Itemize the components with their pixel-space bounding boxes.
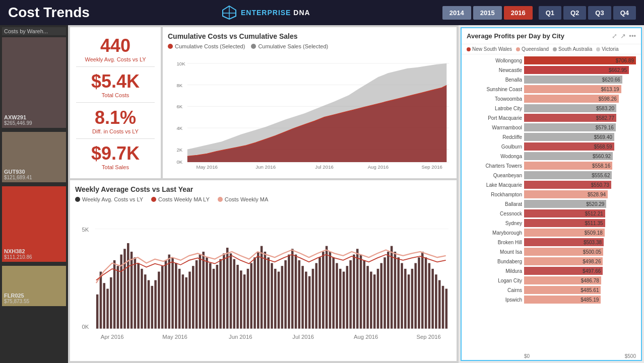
svg-rect-106 [377,269,379,329]
city-row[interactable]: Latrobe City$583.20 [467,104,636,112]
legend-costs-weekly-ma-ly: Costs Weekly MA LY [151,196,210,202]
sidebar-item-nxh382[interactable]: NXH382 $111,210.86 [2,184,66,262]
weekly-title: Weekly Average Costs vs Last Year [75,185,452,193]
expand-icon[interactable]: ⤢ [612,32,617,40]
sidebar-item-gut930[interactable]: GUT930 $121,689.41 [2,132,66,182]
q3-button[interactable]: Q3 [588,6,611,20]
city-bars[interactable]: Wollongong$706.89Newcastle$662.95Benalla… [462,54,641,352]
svg-rect-125 [442,286,444,329]
svg-rect-79 [284,260,287,329]
city-name: Sunshine Coast [467,87,522,92]
svg-text:Aug 2016: Aug 2016 [354,334,378,340]
city-row[interactable]: Broken Hill$503.38 [467,238,636,246]
svg-rect-27 [106,288,109,328]
city-row[interactable]: Bundaberg$498.26 [467,257,636,265]
city-bar-container: $558.16 [524,162,636,170]
weekly-panel: Weekly Average Costs vs Last Year Weekly… [70,180,457,361]
svg-text:Jul 2016: Jul 2016 [292,334,314,340]
city-row[interactable]: Goulburn$568.59 [467,142,636,151]
svg-rect-83 [298,260,301,329]
legend-cumulative-costs: Cumulative Costs (Selected) [168,43,245,49]
city-name: Latrobe City [467,106,522,111]
svg-text:0K: 0K [176,159,182,165]
svg-rect-29 [113,260,116,329]
city-row[interactable]: Ballarat$520.29 [467,200,636,208]
year-filter: 2014 2015 2016 [442,6,533,20]
city-bar: $498.26 [524,257,603,265]
svg-rect-49 [182,274,184,329]
year-2014-button[interactable]: 2014 [442,6,471,20]
city-row[interactable]: Newcastle$662.95 [467,66,636,74]
city-bar: $558.16 [524,162,612,170]
svg-rect-36 [137,263,140,329]
svg-rect-78 [281,266,284,329]
city-row[interactable]: Mount Isa$500.05 [467,248,636,256]
svg-rect-60 [219,259,222,329]
city-name: Cairns [467,287,522,293]
city-row[interactable]: Logan City$486.78 [467,276,636,284]
svg-text:6K: 6K [176,104,182,109]
svg-rect-39 [148,280,150,329]
city-row[interactable]: Lake Macquarie$550.73 [467,181,636,189]
svg-rect-98 [349,260,352,329]
logo: ENTERPRISE DNA [222,5,310,20]
year-2015-button[interactable]: 2015 [473,6,502,20]
year-2016-button[interactable]: 2016 [504,6,533,20]
weekly-avg-dot [75,197,80,202]
city-row[interactable]: Cessnock$512.21 [467,209,636,217]
more-options-icon[interactable]: ••• [629,32,636,40]
city-bar-container: $662.95 [524,66,636,74]
svg-rect-45 [168,255,170,329]
q1-button[interactable]: Q1 [539,6,561,20]
right-panel: Average Profits per Day by City ⤢ ↗ ••• … [461,27,642,361]
city-bar: $528.94 [524,190,608,198]
city-row[interactable]: Sydney$511.35 [467,219,636,227]
city-bar-container: $509.18 [524,229,636,237]
costs-weekly-ma-dot [218,197,223,202]
city-row[interactable]: Redcliffe$569.40 [467,133,636,141]
sidebar-item-flr025[interactable]: FLR025 $75,873.55 [2,266,66,306]
city-row[interactable]: Port Macquarie$582.77 [467,114,636,122]
svg-text:5K: 5K [82,227,89,233]
svg-rect-101 [360,255,362,329]
svg-rect-114 [404,269,407,329]
svg-rect-35 [134,257,137,328]
city-row[interactable]: Maryborough$509.18 [467,229,636,237]
city-row[interactable]: Rockhampton$528.94 [467,190,636,198]
city-bar-container: $500.05 [524,248,636,256]
city-row[interactable]: Ipswich$485.19 [467,296,636,304]
q2-button[interactable]: Q2 [563,6,586,20]
city-bar-container: $583.20 [524,104,636,112]
city-row[interactable]: Charters Towers$558.16 [467,162,636,170]
svg-rect-113 [401,263,403,329]
weekly-avg-label: Weekly Avg. Costs vs LY [85,56,146,62]
header: Cost Trends ENTERPRISE DNA 2014 2015 201… [0,0,644,25]
city-bar: $598.26 [524,95,619,103]
city-row[interactable]: Mildura$497.66 [467,267,636,275]
city-name: Logan City [467,278,522,283]
weekly-chart-svg: 5K 0K [75,204,452,356]
svg-rect-88 [315,263,317,329]
popout-icon[interactable]: ↗ [620,32,626,40]
city-row[interactable]: Queanbeyan$555.62 [467,171,636,179]
costs-area [187,86,446,162]
svg-rect-70 [253,257,256,328]
city-bar-container: $569.40 [524,133,636,141]
city-row[interactable]: Benalla$620.66 [467,76,636,84]
city-row[interactable]: Cairns$485.61 [467,286,636,294]
city-row[interactable]: Warrnambool$579.16 [467,123,636,131]
svg-text:Jun 2016: Jun 2016 [255,164,276,170]
kpi-panel: 440 Weekly Avg. Costs vs LY $5.4K Total … [70,27,161,178]
city-bar-container: $485.61 [524,286,636,294]
sidebar-item-axw291[interactable]: AXW291 $265,446.99 [2,37,66,128]
q4-button[interactable]: Q4 [613,6,636,20]
total-sales-value: $9.7K [91,143,140,164]
svg-text:10K: 10K [176,61,185,66]
city-row[interactable]: Wodonga$560.92 [467,152,636,160]
city-row[interactable]: Sunshine Coast$613.19 [467,85,636,93]
city-row[interactable]: Toowoomba$598.26 [467,95,636,103]
city-row[interactable]: Wollongong$706.89 [467,56,636,64]
svg-rect-99 [353,255,355,329]
city-bar: $520.29 [524,200,606,208]
svg-rect-109 [387,252,390,329]
